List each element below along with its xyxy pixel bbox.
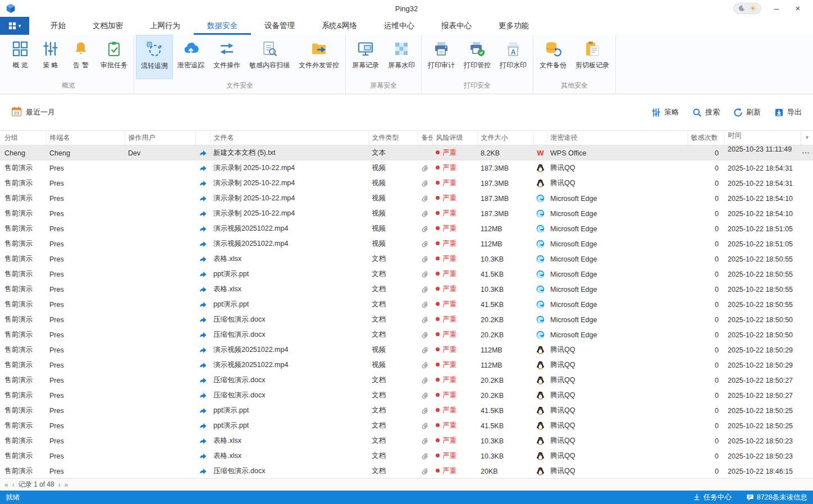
ribbon-button-file-backup[interactable]: 文件备份 xyxy=(535,35,571,79)
risk-dot-icon xyxy=(436,196,440,200)
time-cell: ⋯2025-10-22 18:50:23 xyxy=(724,433,813,448)
theme-toggle[interactable] xyxy=(733,3,761,14)
table-row[interactable]: 售前演示 Pres ppt演示.ppt 文档 严重 41.5KB Microso… xyxy=(0,267,813,282)
time-cell: ⋯2025-10-22 18:50:55 xyxy=(724,282,813,297)
time-filter-button[interactable]: ▼ xyxy=(801,131,810,145)
table-row[interactable]: 售前演示 Pres ppt演示.ppt 文档 严重 41.5KB Microso… xyxy=(0,297,813,312)
tab-system-network[interactable]: 系统&网络 xyxy=(308,17,371,35)
ribbon-button-clipboard-record[interactable]: 剪切板记录 xyxy=(571,35,614,79)
forward-arrow-icon xyxy=(199,164,207,172)
col-time[interactable]: ▼时间 xyxy=(724,131,813,145)
next-page-button[interactable]: › xyxy=(58,479,61,491)
table-row[interactable]: 售前演示 Pres 表格.xlsx 文档 严重 10.3KB 腾讯QQ 0 ⋯2… xyxy=(0,448,813,464)
table-row[interactable]: 售前演示 Pres 演示录制 2025-10-22.mp4 视频 严重 187.… xyxy=(0,191,813,206)
table-row[interactable]: 售前演示 Pres 演示视频20251022.mp4 视频 严重 112MB M… xyxy=(0,221,813,236)
pagination-bar: « ‹ 记录 1 of 48 › » xyxy=(0,478,813,491)
table-row[interactable]: 售前演示 Pres ppt演示.ppt 文档 严重 41.5KB 腾讯QQ 0 … xyxy=(0,418,813,433)
prev-page-button[interactable]: ‹ xyxy=(12,479,15,491)
ribbon-button-policy[interactable]: 策 略 xyxy=(35,35,66,79)
ribbon-button-print-watermark[interactable]: A 打印水印 xyxy=(495,35,531,79)
search-button[interactable]: 搜索 xyxy=(692,107,720,117)
ribbon-button-screen-watermark[interactable]: 屏幕水印 xyxy=(383,35,419,79)
table-row[interactable]: 售前演示 Pres 演示视频20251022.mp4 视频 严重 112MB 腾… xyxy=(0,342,813,358)
ribbon-button-print-audit[interactable]: 打印审计 xyxy=(423,35,459,79)
forward-arrow-icon xyxy=(199,421,207,429)
risk-dot-icon xyxy=(436,272,440,276)
table-row[interactable]: 售前演示 Pres 压缩包演示.docx 文档 严重 20.2KB 腾讯QQ 0… xyxy=(0,388,813,403)
table-row[interactable]: 售前演示 Pres 压缩包演示.docx 文档 严重 20.2KB 腾讯QQ 0… xyxy=(0,373,813,388)
channel-icon xyxy=(536,194,545,202)
time-cell: ⋯2025-10-22 18:50:55 xyxy=(724,267,813,282)
table-row[interactable]: 售前演示 Pres 演示视频20251022.mp4 视频 严重 112MB M… xyxy=(0,236,813,251)
refresh-button[interactable]: 刷新 xyxy=(733,107,761,117)
channel-icon xyxy=(536,209,545,217)
minimize-button[interactable]: – xyxy=(770,2,783,15)
tab-web-behavior[interactable]: 上网行为 xyxy=(136,17,194,35)
unread-messages-button[interactable]: 8728条未读信息 xyxy=(746,493,807,502)
table-row[interactable]: 售前演示 Pres ppt演示.ppt 文档 严重 41.5KB 腾讯QQ 0 … xyxy=(0,403,813,418)
table-row[interactable]: 售前演示 Pres 演示视频20251022.mp4 视频 严重 112MB 腾… xyxy=(0,358,813,373)
col-filesize[interactable]: 文件大小 xyxy=(477,131,533,145)
ribbon-button-circulation-trace[interactable]: 流转追溯 xyxy=(136,35,173,79)
table-row[interactable]: 售前演示 Pres 表格.xlsx 文档 严重 10.3KB Microsoft… xyxy=(0,282,813,297)
task-center-button[interactable]: 任务中心 xyxy=(693,493,732,502)
date-range-filter[interactable]: 23 最近一月 xyxy=(11,106,55,118)
forward-arrow-icon xyxy=(199,331,207,338)
table-row[interactable]: 售前演示 Pres 演示录制 2025-10-22.mp4 视频 严重 187.… xyxy=(0,161,813,176)
tab-device-management[interactable]: 设备管理 xyxy=(251,17,308,35)
ribbon-button-file-outgoing-control[interactable]: 文件外发管控 xyxy=(294,35,344,79)
file-menu-button[interactable]: ▾ xyxy=(0,17,29,35)
col-backup[interactable]: 备份 xyxy=(418,131,432,145)
tab-data-security[interactable]: 数据安全 xyxy=(194,17,251,35)
table-row[interactable]: 售前演示 Pres 压缩包演示.docx 文档 严重 20KB 腾讯QQ 0 ⋯… xyxy=(0,464,813,478)
table-row[interactable]: Cheng Cheng Dev 新建文本文档 (5).txt 文本 严重 8.2… xyxy=(0,145,813,161)
table-row[interactable]: 售前演示 Pres 表格.xlsx 文档 严重 10.3KB Microsoft… xyxy=(0,251,813,267)
col-leak-channel[interactable]: 泄密途径 xyxy=(547,131,687,145)
col-filename[interactable]: 文件名 xyxy=(210,131,368,145)
message-bubble-icon xyxy=(746,493,754,501)
export-button[interactable]: 导出 xyxy=(774,107,802,117)
col-user[interactable]: 操作用户 xyxy=(125,131,195,145)
attachment-icon xyxy=(421,300,429,308)
policy-button[interactable]: 策略 xyxy=(651,107,679,117)
time-cell: ⋯2025-10-22 18:50:29 xyxy=(724,358,813,373)
ribbon-button-alert[interactable]: 告 警 xyxy=(66,35,96,79)
first-page-button[interactable]: « xyxy=(4,479,8,491)
tab-report-center[interactable]: 报表中心 xyxy=(428,17,485,35)
attachment-icon xyxy=(421,179,429,187)
table-row[interactable]: 售前演示 Pres 演示录制 2025-10-22.mp4 视频 严重 187.… xyxy=(0,206,813,221)
ribbon-button-overview[interactable]: 概 览 xyxy=(5,35,35,79)
svg-text:A: A xyxy=(511,48,516,56)
ribbon-button-leak-trace[interactable]: 泄密追踪 xyxy=(173,35,209,79)
last-page-button[interactable]: » xyxy=(65,479,68,491)
ribbon-button-print-control[interactable]: 打印管控 xyxy=(459,35,495,79)
close-button[interactable]: × xyxy=(792,2,804,15)
tab-home[interactable]: 开始 xyxy=(37,17,79,35)
table-row[interactable]: 售前演示 Pres 表格.xlsx 文档 严重 10.3KB 腾讯QQ 0 ⋯2… xyxy=(0,433,813,448)
attachment-icon xyxy=(421,391,429,399)
tab-ops-center[interactable]: 运维中心 xyxy=(371,17,428,35)
row-more-button[interactable]: ⋯ xyxy=(802,145,810,161)
col-sensitive-count[interactable]: 敏感次数 xyxy=(687,131,724,145)
app-logo-icon xyxy=(6,3,16,13)
table-row[interactable]: 售前演示 Pres 压缩包演示.docx 文档 严重 20.2KB Micros… xyxy=(0,327,813,342)
risk-dot-icon xyxy=(436,332,440,336)
forward-arrow-icon xyxy=(199,300,207,308)
table-row[interactable]: 售前演示 Pres 演示录制 2025-10-22.mp4 视频 严重 187.… xyxy=(0,176,813,191)
attachment-icon xyxy=(421,255,429,263)
tab-doc-encryption[interactable]: 文档加密 xyxy=(79,17,136,35)
tab-more-features[interactable]: 更多功能 xyxy=(485,17,542,35)
col-terminal[interactable]: 终端名 xyxy=(46,131,125,145)
col-risk-level[interactable]: 风险评级 xyxy=(432,131,477,145)
ribbon-button-sensitive-content-scan[interactable]: 敏感内容扫描 xyxy=(245,35,294,79)
table-row[interactable]: 售前演示 Pres 压缩包演示.docx 文档 严重 20.2KB Micros… xyxy=(0,312,813,327)
ribbon-button-approval-tasks[interactable]: 审批任务 xyxy=(96,35,132,79)
col-group[interactable]: 分组 xyxy=(0,131,46,145)
ribbon-button-screen-record[interactable]: 屏幕记录 xyxy=(348,35,383,79)
col-filetype[interactable]: 文件类型 xyxy=(368,131,418,145)
title-bar: Ping32 – × xyxy=(0,0,813,17)
ribbon-button-file-operations[interactable]: 文件操作 xyxy=(209,35,245,79)
forward-arrow-icon xyxy=(199,270,207,278)
ribbon-group-label: 屏幕安全 xyxy=(348,79,419,94)
risk-dot-icon xyxy=(436,256,440,260)
